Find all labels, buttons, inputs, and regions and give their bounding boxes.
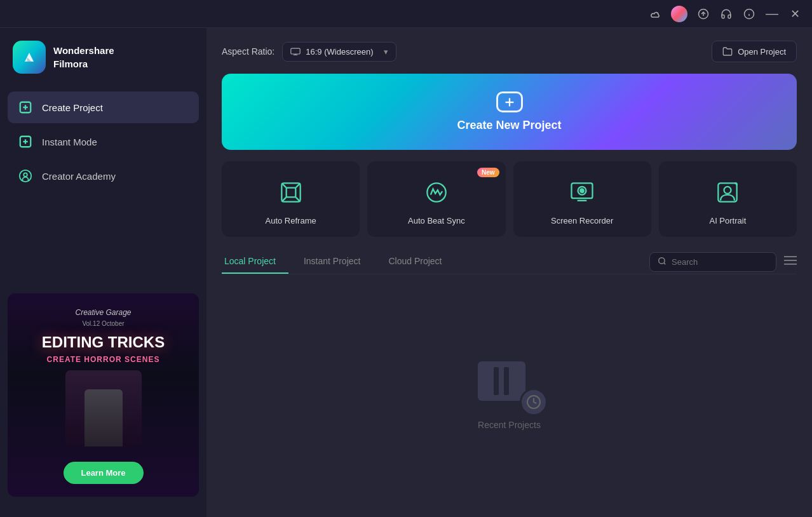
empty-icon — [478, 359, 541, 410]
app-logo-icon — [13, 41, 46, 74]
svg-point-27 — [580, 189, 584, 193]
minimize-icon[interactable]: — — [765, 7, 779, 21]
svg-rect-13 — [291, 48, 300, 54]
auto-reframe-icon — [275, 177, 307, 208]
tabs-header: Local Project Instant Project Cloud Proj… — [222, 250, 797, 274]
title-bar: — ✕ — [0, 0, 812, 28]
folder-icon — [722, 46, 733, 57]
list-toggle-icon[interactable] — [784, 255, 797, 269]
headphone-icon[interactable] — [719, 7, 733, 21]
learn-more-button[interactable]: Learn More — [63, 462, 143, 484]
ai-portrait-label: AI Portrait — [709, 216, 746, 225]
tab-cloud-project[interactable]: Cloud Project — [386, 250, 454, 274]
svg-point-12 — [24, 173, 27, 177]
feature-card-auto-beat-sync[interactable]: New Auto Beat Sync — [367, 161, 505, 237]
svg-line-34 — [664, 262, 666, 264]
project-tabs-area: Local Project Instant Project Cloud Proj… — [222, 250, 797, 504]
search-icon — [658, 257, 667, 267]
search-box[interactable] — [649, 252, 776, 272]
sidebar-navigation: Create Project Instant Mode Creator — [0, 91, 206, 192]
banner-subtitle: CREATE HORROR SCENES — [47, 355, 160, 364]
user-avatar[interactable] — [671, 6, 687, 22]
logo: Wondershare Filmora — [0, 41, 206, 91]
create-project-label: Create Project — [42, 102, 103, 113]
banner-creative: Creative Garage — [75, 308, 131, 317]
svg-point-30 — [724, 187, 731, 194]
aspect-ratio-value: 16:9 (Widescreen) — [306, 47, 373, 57]
tab-local-project[interactable]: Local Project — [222, 250, 288, 274]
monitor-icon — [290, 48, 301, 55]
close-icon[interactable]: ✕ — [788, 7, 802, 21]
open-project-button[interactable]: Open Project — [712, 41, 797, 62]
info-icon[interactable] — [742, 7, 756, 21]
auto-beat-sync-icon — [421, 177, 452, 208]
sidebar-item-instant-mode[interactable]: Instant Mode — [8, 126, 199, 158]
banner-main-title: EDITING TRICKS — [42, 333, 165, 351]
create-new-project-label: Create New Project — [457, 119, 561, 132]
creator-academy-icon — [18, 168, 33, 184]
app-name: Wondershare Filmora — [53, 44, 114, 70]
new-badge: New — [477, 168, 499, 177]
feature-card-auto-reframe[interactable]: Auto Reframe — [222, 161, 360, 237]
search-input[interactable] — [672, 257, 767, 267]
app-body: Wondershare Filmora Create Project — [0, 28, 812, 517]
feature-cards: Auto Reframe New Auto Beat Sync — [222, 161, 797, 237]
sidebar-item-create-project[interactable]: Create Project — [8, 91, 199, 123]
feature-card-screen-recorder[interactable]: Screen Recorder — [513, 161, 651, 237]
svg-rect-19 — [286, 188, 295, 198]
tab-instant-project[interactable]: Instant Project — [301, 250, 374, 274]
create-new-project-banner[interactable]: Create New Project — [222, 74, 797, 150]
upload-icon[interactable] — [696, 7, 710, 21]
instant-mode-icon — [18, 134, 33, 149]
cloud-icon[interactable] — [648, 7, 662, 21]
recent-projects-label: Recent Projects — [478, 420, 541, 430]
create-project-plus-icon — [496, 91, 523, 112]
screen-recorder-label: Screen Recorder — [551, 216, 613, 225]
auto-beat-sync-label: Auto Beat Sync — [408, 216, 465, 225]
aspect-ratio-section: Aspect Ratio: 16:9 (Widescreen) ▾ — [222, 42, 396, 62]
sidebar-banner: Creative Garage Vol.12 October EDITING T… — [8, 293, 199, 497]
aspect-ratio-label: Aspect Ratio: — [222, 46, 274, 57]
auto-reframe-label: Auto Reframe — [266, 216, 316, 225]
aspect-ratio-dropdown[interactable]: 16:9 (Widescreen) ▾ — [282, 42, 396, 62]
create-project-icon — [18, 100, 33, 115]
sidebar-item-creator-academy[interactable]: Creator Academy — [8, 160, 199, 192]
banner-vol: Vol.12 October — [82, 320, 124, 327]
chevron-down-icon: ▾ — [384, 47, 388, 57]
sidebar: Wondershare Filmora Create Project — [0, 28, 206, 517]
screen-recorder-icon — [566, 177, 598, 208]
instant-mode-label: Instant Mode — [42, 137, 97, 147]
tabs-right — [649, 252, 797, 272]
creator-academy-label: Creator Academy — [42, 171, 116, 182]
feature-card-ai-portrait[interactable]: AI Portrait — [659, 161, 797, 237]
open-project-label: Open Project — [738, 47, 786, 57]
ai-portrait-icon — [712, 177, 743, 208]
projects-empty-state: Recent Projects — [222, 285, 797, 504]
main-content: Aspect Ratio: 16:9 (Widescreen) ▾ Open P… — [206, 28, 812, 517]
svg-point-33 — [659, 257, 665, 263]
top-bar: Aspect Ratio: 16:9 (Widescreen) ▾ Open P… — [222, 41, 797, 62]
